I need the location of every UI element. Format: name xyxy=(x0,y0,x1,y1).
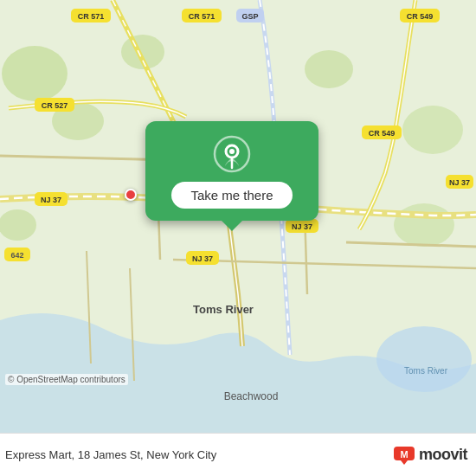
svg-text:GSP: GSP xyxy=(241,12,258,21)
svg-text:CR 527: CR 527 xyxy=(42,101,68,110)
take-me-there-button[interactable]: Take me there xyxy=(171,182,292,209)
svg-text:Toms River: Toms River xyxy=(404,366,448,376)
svg-text:Beachwood: Beachwood xyxy=(224,390,279,402)
moovit-icon: M xyxy=(392,445,416,466)
svg-point-43 xyxy=(229,149,235,154)
svg-text:CR 549: CR 549 xyxy=(407,12,434,21)
svg-point-5 xyxy=(305,50,353,88)
moovit-logo: M moovit xyxy=(392,445,467,466)
map-marker-dot xyxy=(125,189,137,201)
svg-text:Toms River: Toms River xyxy=(193,303,254,316)
svg-text:NJ 37: NJ 37 xyxy=(449,178,470,187)
svg-text:642: 642 xyxy=(10,251,23,260)
map-container: CR 571 CR 571 GSP CR 549 CR 549 CR 527 N… xyxy=(0,0,476,433)
svg-text:CR 549: CR 549 xyxy=(369,129,396,138)
address-text: Express Mart, 18 James St, New York City xyxy=(5,448,216,461)
location-pin-icon xyxy=(213,135,251,173)
bottom-bar: Express Mart, 18 James St, New York City… xyxy=(0,433,476,476)
svg-text:CR 571: CR 571 xyxy=(78,12,105,21)
svg-point-7 xyxy=(0,209,36,241)
svg-point-2 xyxy=(2,46,68,101)
svg-point-6 xyxy=(402,106,463,154)
svg-text:NJ 37: NJ 37 xyxy=(292,222,312,231)
moovit-text: moovit xyxy=(419,446,467,464)
svg-text:NJ 37: NJ 37 xyxy=(41,196,61,204)
green-card: Take me there xyxy=(145,121,318,221)
svg-point-8 xyxy=(394,203,454,247)
svg-text:NJ 37: NJ 37 xyxy=(192,254,213,263)
svg-text:CR 571: CR 571 xyxy=(189,12,215,21)
copyright-text: © OpenStreetMap contributors xyxy=(5,374,128,385)
svg-text:M: M xyxy=(400,448,408,459)
button-overlay: Take me there xyxy=(145,121,318,221)
